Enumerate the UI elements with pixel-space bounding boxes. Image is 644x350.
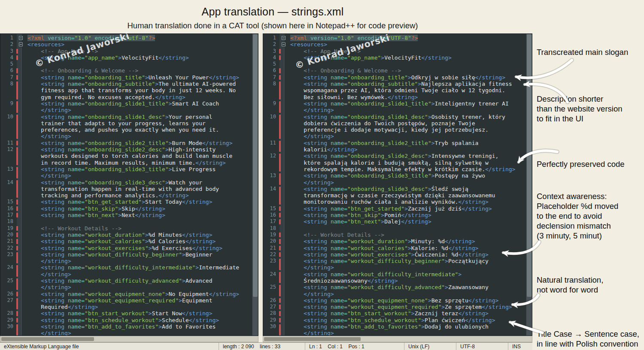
editor-pane-target-polish[interactable]: 1<?xml version="1.0" encoding="UTF-8"?>2… xyxy=(263,33,532,336)
fold-margin xyxy=(19,291,24,297)
code-line[interactable]: 7<string name="onboarding_title">Unleash… xyxy=(0,74,252,81)
code-line[interactable]: 6<!-- Onboarding & Welcome --> xyxy=(263,67,526,74)
code-line[interactable]: 4<string name="app_name">VelocityFit</st… xyxy=(0,54,252,61)
code-line[interactable]: 23<string name="workout_difficulty_begin… xyxy=(0,251,252,265)
code-line[interactable]: 29<string name="btn_schedule_workout">Pl… xyxy=(263,317,526,323)
fold-marker[interactable] xyxy=(282,35,287,41)
code-line[interactable]: 12<string name="onboarding_slide2_desc">… xyxy=(0,146,252,166)
code-line[interactable]: 6<!-- Onboarding & Welcome --> xyxy=(0,67,252,74)
code-line[interactable]: 1<?xml version="1.0" encoding="utf-8"?> xyxy=(0,35,252,41)
fold-margin xyxy=(282,67,287,74)
horizontal-scrollbar-right[interactable] xyxy=(263,336,532,342)
fold-margin xyxy=(19,100,24,114)
code-line[interactable]: 16<string name="btn_skip">Pomiń</string> xyxy=(263,212,526,218)
code-line[interactable]: 5​ xyxy=(0,61,252,67)
change-history-marker xyxy=(278,100,282,114)
fold-marker[interactable] xyxy=(19,35,24,41)
code-line[interactable]: 14<string name="onboarding_slide3_desc">… xyxy=(263,186,526,205)
code-line[interactable]: 3<!-- App Name --> xyxy=(263,48,526,54)
fold-margin xyxy=(19,67,24,74)
code-text: <string name="btn_get_started">Zacznij j… xyxy=(287,205,526,212)
code-line[interactable]: 25<string name="workout_difficulty_advan… xyxy=(0,278,252,291)
change-history-marker xyxy=(278,172,282,186)
code-line[interactable]: 11<string name="onboarding_slide2_title"… xyxy=(263,140,526,153)
fold-marker[interactable] xyxy=(19,41,24,48)
change-history-marker xyxy=(278,232,282,238)
code-editor-target[interactable]: 1<?xml version="1.0" encoding="UTF-8"?>2… xyxy=(263,34,526,335)
code-line[interactable]: 28<string name="btn_start_workout">Start… xyxy=(0,310,252,317)
code-line[interactable]: 29<string name="btn_schedule_workout">Sc… xyxy=(0,317,252,323)
code-line[interactable]: 30<string name="btn_add_to_favorites">Ad… xyxy=(0,323,252,335)
code-line[interactable]: 23<string name="workout_difficulty_begin… xyxy=(263,258,526,271)
code-line[interactable]: 30<string name="btn_add_to_favorites">Do… xyxy=(263,323,526,335)
code-line[interactable]: 4<string name="app_name">VelocityFit</st… xyxy=(263,54,526,61)
change-history-marker xyxy=(15,100,19,114)
code-line[interactable]: 15<string name="btn_get_started">Zacznij… xyxy=(263,205,526,212)
code-line[interactable]: 13<string name="onboarding_slide3_title"… xyxy=(263,172,526,186)
code-line[interactable]: 14<string name="onboarding_slide3_desc">… xyxy=(0,179,252,199)
fold-margin xyxy=(282,284,287,297)
code-line[interactable]: 10<string name="onboarding_slide1_desc">… xyxy=(263,114,526,140)
code-line[interactable]: 2<resources> xyxy=(263,41,526,48)
code-line[interactable]: 5​ xyxy=(263,61,526,67)
code-line[interactable]: 8<string name="onboarding_subtitle">Najl… xyxy=(263,81,526,100)
code-line[interactable]: 18​ xyxy=(263,225,526,232)
code-text: <string name="app_name">VelocityFit</str… xyxy=(24,54,252,61)
code-text: <string name="workout_equipment_required… xyxy=(287,304,526,310)
code-line[interactable]: 18​ xyxy=(0,218,252,225)
code-line[interactable]: 21<string name="workout_calories">%d Cal… xyxy=(0,238,252,244)
page-subtitle: Human translation done in a CAT tool (sh… xyxy=(0,21,545,30)
line-number: 2 xyxy=(0,41,15,48)
code-line[interactable]: 8<string name="onboarding_subtitle">The … xyxy=(0,81,252,100)
line-number: 10 xyxy=(0,114,15,140)
code-line[interactable]: 22<string name="workout_exercises">%d Ex… xyxy=(0,245,252,251)
code-line[interactable]: 15<string name="btn_get_started">Start T… xyxy=(0,199,252,205)
code-line[interactable]: 27<string name="workout_equipment_requir… xyxy=(263,304,526,310)
code-line[interactable]: 3<!-- App Name --> xyxy=(0,48,252,54)
code-line[interactable]: 19<!-- Workout Details --> xyxy=(0,225,252,232)
code-line[interactable]: 24<string name="workout_difficulty_inter… xyxy=(0,264,252,278)
code-editor-source[interactable]: 1<?xml version="1.0" encoding="utf-8"?>2… xyxy=(0,34,252,335)
code-line[interactable]: 26<string name="workout_equipment_none">… xyxy=(263,297,526,304)
vertical-scrollbar[interactable] xyxy=(252,34,258,335)
code-line[interactable]: 7<string name="onboarding_title">Odkryj … xyxy=(263,74,526,81)
code-line[interactable]: 10<string name="onboarding_slide1_desc">… xyxy=(0,114,252,140)
change-history-marker xyxy=(15,317,19,323)
code-line[interactable]: 25<string name="workout_difficulty_advan… xyxy=(263,284,526,297)
code-line[interactable]: 20<string name="workout_duration">%d Min… xyxy=(0,232,252,238)
line-number: 22 xyxy=(0,245,15,251)
code-line[interactable]: 19<!-- Workout Details --> xyxy=(263,232,526,238)
code-line[interactable]: 27<string name="workout_equipment_requir… xyxy=(0,297,252,311)
code-line[interactable]: 24<string name="workout_difficulty_inter… xyxy=(263,271,526,284)
code-line[interactable]: 1<?xml version="1.0" encoding="UTF-8"?> xyxy=(263,35,526,41)
code-line[interactable]: 22<string name="workout_exercises">Ćwicz… xyxy=(263,251,526,258)
code-line[interactable]: 11<string name="onboarding_slide2_title"… xyxy=(0,140,252,146)
code-line[interactable]: 9<string name="onboarding_slide1_title">… xyxy=(263,100,526,114)
code-line[interactable]: 13<string name="onboarding_slide3_title"… xyxy=(0,166,252,179)
line-number: 6 xyxy=(263,67,278,74)
vertical-scrollbar[interactable] xyxy=(526,34,532,335)
pane-splitter[interactable] xyxy=(258,33,263,336)
editor-pane-source-english[interactable]: 1<?xml version="1.0" encoding="utf-8"?>2… xyxy=(0,33,258,336)
code-line[interactable]: 12<string name="onboarding_slide2_desc">… xyxy=(263,153,526,172)
code-line[interactable]: 21<string name="workout_calories">Kalori… xyxy=(263,245,526,251)
code-line[interactable]: 17<string name="btn_next">Next</string> xyxy=(0,212,252,218)
line-number: 11 xyxy=(0,140,15,146)
code-line[interactable]: 20<string name="workout_duration">Minuty… xyxy=(263,238,526,244)
scrollbar-thumb[interactable] xyxy=(264,337,361,341)
code-line[interactable]: 9<string name="onboarding_slide1_title">… xyxy=(0,100,252,114)
scrollbar-thumb[interactable] xyxy=(1,337,94,341)
code-line[interactable]: 28<string name="btn_start_workout">Zaczn… xyxy=(263,310,526,317)
line-number: 17 xyxy=(0,212,15,218)
line-number: 7 xyxy=(0,74,15,81)
code-line[interactable]: 2<resources> xyxy=(0,41,252,48)
fold-margin xyxy=(282,81,287,100)
scrollbar-thumb[interactable] xyxy=(253,34,258,297)
horizontal-scrollbar-left[interactable] xyxy=(0,336,258,342)
code-line[interactable]: 17<string name="btn_next">Dalej</string> xyxy=(263,218,526,225)
fold-marker[interactable] xyxy=(282,41,287,48)
code-line[interactable]: 16<string name="btn_skip">Skip</string> xyxy=(0,205,252,212)
scrollbar-thumb[interactable] xyxy=(527,34,532,297)
code-line[interactable]: 26<string name="workout_equipment_none">… xyxy=(0,291,252,297)
change-history-margin xyxy=(15,218,19,225)
